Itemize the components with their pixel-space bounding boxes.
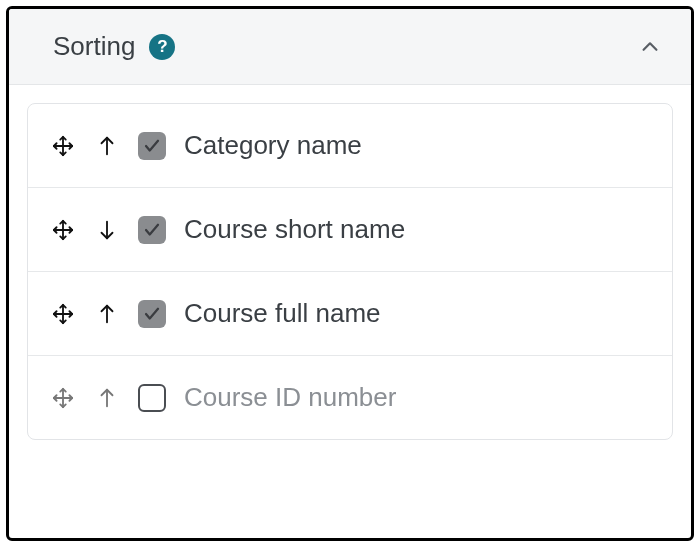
move-icon[interactable] xyxy=(50,133,76,159)
sort-item-label: Course short name xyxy=(184,214,405,245)
move-icon[interactable] xyxy=(50,385,76,411)
move-icon[interactable] xyxy=(50,301,76,327)
checkbox[interactable] xyxy=(138,384,166,412)
checkbox[interactable] xyxy=(138,300,166,328)
help-icon[interactable]: ? xyxy=(149,34,175,60)
sort-item: Course ID number xyxy=(28,356,672,439)
panel-header-left: Sorting ? xyxy=(53,31,175,62)
arrow-up-icon[interactable] xyxy=(94,301,120,327)
sort-item-label: Category name xyxy=(184,130,362,161)
arrow-up-icon[interactable] xyxy=(94,133,120,159)
sort-item-label: Course ID number xyxy=(184,382,396,413)
panel-body: Category name Course short name xyxy=(9,85,691,440)
arrow-up-icon[interactable] xyxy=(94,385,120,411)
move-icon[interactable] xyxy=(50,217,76,243)
sort-item-label: Course full name xyxy=(184,298,381,329)
sort-item: Category name xyxy=(28,104,672,188)
arrow-down-icon[interactable] xyxy=(94,217,120,243)
sort-item: Course short name xyxy=(28,188,672,272)
panel-title: Sorting xyxy=(53,31,135,62)
sort-list: Category name Course short name xyxy=(27,103,673,440)
sort-item: Course full name xyxy=(28,272,672,356)
panel-header[interactable]: Sorting ? xyxy=(9,9,691,85)
chevron-up-icon[interactable] xyxy=(637,34,663,60)
checkbox[interactable] xyxy=(138,132,166,160)
sorting-panel: Sorting ? Category name xyxy=(6,6,694,541)
checkbox[interactable] xyxy=(138,216,166,244)
